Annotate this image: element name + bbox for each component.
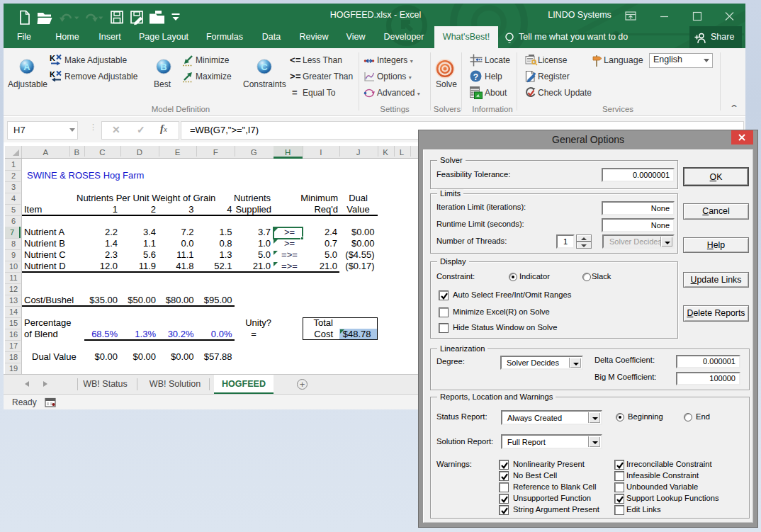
svg-text:K: K [50, 54, 55, 62]
svg-text:C: C [261, 62, 268, 72]
svg-text:?: ? [473, 72, 478, 82]
svg-text:K: K [50, 70, 55, 79]
svg-text:A: A [23, 62, 30, 72]
svg-text:B: B [160, 62, 167, 72]
